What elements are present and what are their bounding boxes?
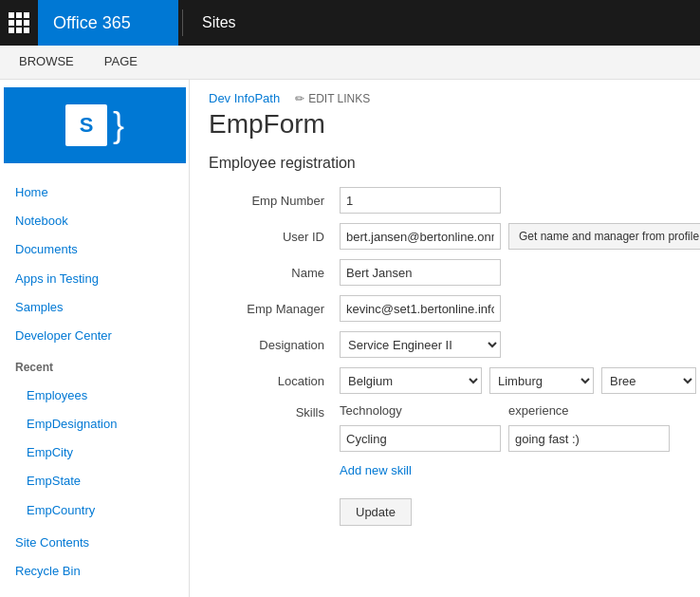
skills-input-row <box>340 425 670 452</box>
sidebar-logo: S } <box>4 87 186 163</box>
sidebar-item-emp-city[interactable]: EmpCity <box>0 438 189 467</box>
skills-label: Skills <box>209 403 332 420</box>
sharepoint-logo: S } <box>65 104 124 146</box>
pencil-icon-content: ✏ <box>295 92 304 105</box>
emp-manager-label: Emp Manager <box>209 302 332 316</box>
sidebar-item-emp-state[interactable]: EmpState <box>0 467 189 495</box>
location-label: Location <box>209 374 332 388</box>
user-id-row: User ID Get name and manager from profil… <box>209 223 700 250</box>
emp-number-row: Emp Number <box>209 187 700 214</box>
sidebar-item-emp-country[interactable]: EmpCountry <box>0 496 189 525</box>
sidebar-item-samples[interactable]: Samples <box>0 293 189 322</box>
sidebar-item-documents[interactable]: Documents <box>0 235 189 264</box>
content-area: Dev InfoPath ✏ EDIT LINKS EmpForm Employ… <box>190 80 700 597</box>
add-skill-link[interactable]: Add new skill <box>340 463 670 477</box>
sidebar-item-recycle-bin[interactable]: Recycle Bin <box>0 557 189 586</box>
designation-row: Designation Service Engineer II Service … <box>209 331 700 358</box>
skills-header-row: Technology experience <box>340 403 670 418</box>
main-layout: S } Home Notebook Documents Apps in Test… <box>0 80 700 597</box>
emp-number-label: Emp Number <box>209 194 332 208</box>
top-nav: Office 365 Sites <box>0 0 700 46</box>
sidebar-item-developer-center[interactable]: Developer Center <box>0 322 189 350</box>
grid-icon <box>9 12 29 33</box>
browse-tab[interactable]: BROWSE <box>11 46 82 80</box>
update-button[interactable]: Update <box>340 498 412 526</box>
name-label: Name <box>209 266 332 280</box>
update-btn-row: Update <box>209 487 700 526</box>
browse-bar: BROWSE PAGE <box>0 46 700 80</box>
skills-col-exp-header: experience <box>508 403 670 418</box>
app-title[interactable]: Office 365 <box>38 0 178 46</box>
location-row: Location Belgium Netherlands Germany Fra… <box>209 367 700 394</box>
location-province-select[interactable]: Limburg Antwerp Brussels Ghent <box>489 367 594 394</box>
user-id-label: User ID <box>209 230 332 244</box>
sidebar-item-apps-in-testing[interactable]: Apps in Testing <box>0 265 189 293</box>
emp-number-input[interactable] <box>340 187 501 214</box>
content-edit-links-label: EDIT LINKS <box>308 92 370 105</box>
sidebar: S } Home Notebook Documents Apps in Test… <box>0 80 190 597</box>
sidebar-item-home[interactable]: Home <box>0 178 189 207</box>
form-container: Employee registration Emp Number User ID… <box>209 155 700 526</box>
user-id-input[interactable] <box>340 223 501 250</box>
skills-col-tech-header: Technology <box>340 403 501 418</box>
sidebar-item-emp-designation[interactable]: EmpDesignation <box>0 410 189 438</box>
designation-select[interactable]: Service Engineer II Service Engineer I S… <box>340 331 501 358</box>
page-tab[interactable]: PAGE <box>97 46 145 80</box>
skills-container: Technology experience Add new skill <box>340 403 670 477</box>
name-input[interactable] <box>340 259 501 286</box>
grid-menu-button[interactable] <box>0 0 38 46</box>
breadcrumb-row: Dev InfoPath ✏ EDIT LINKS <box>209 91 700 105</box>
sidebar-nav: Home Notebook Documents Apps in Testing … <box>0 171 189 593</box>
sites-label[interactable]: Sites <box>187 14 251 31</box>
name-row: Name <box>209 259 700 286</box>
form-section-title: Employee registration <box>209 155 700 172</box>
page-title: EmpForm <box>209 109 700 140</box>
get-profile-button[interactable]: Get name and manager from profile <box>508 223 700 250</box>
content-edit-links-btn[interactable]: ✏ EDIT LINKS <box>295 92 370 105</box>
app-title-text: Office 365 <box>53 13 131 33</box>
breadcrumb-link[interactable]: Dev InfoPath <box>209 91 280 105</box>
sidebar-item-employees[interactable]: Employees <box>0 382 189 410</box>
sidebar-recent-header: Recent <box>0 350 189 382</box>
designation-label: Designation <box>209 338 332 352</box>
location-country-select[interactable]: Belgium Netherlands Germany France <box>340 367 482 394</box>
sidebar-item-notebook[interactable]: Notebook <box>0 207 189 235</box>
nav-divider <box>182 9 183 36</box>
skills-row: Skills Technology experience Add new ski… <box>209 403 700 477</box>
skills-tech-input[interactable] <box>340 425 501 452</box>
emp-manager-row: Emp Manager <box>209 295 700 322</box>
sp-bracket: } <box>113 108 124 142</box>
location-city-select[interactable]: Bree Hasselt Genk Tongeren <box>601 367 696 394</box>
sidebar-item-site-contents[interactable]: Site Contents <box>0 529 189 557</box>
skills-exp-input[interactable] <box>508 425 670 452</box>
sp-icon: S <box>65 104 107 146</box>
emp-manager-input[interactable] <box>340 295 501 322</box>
